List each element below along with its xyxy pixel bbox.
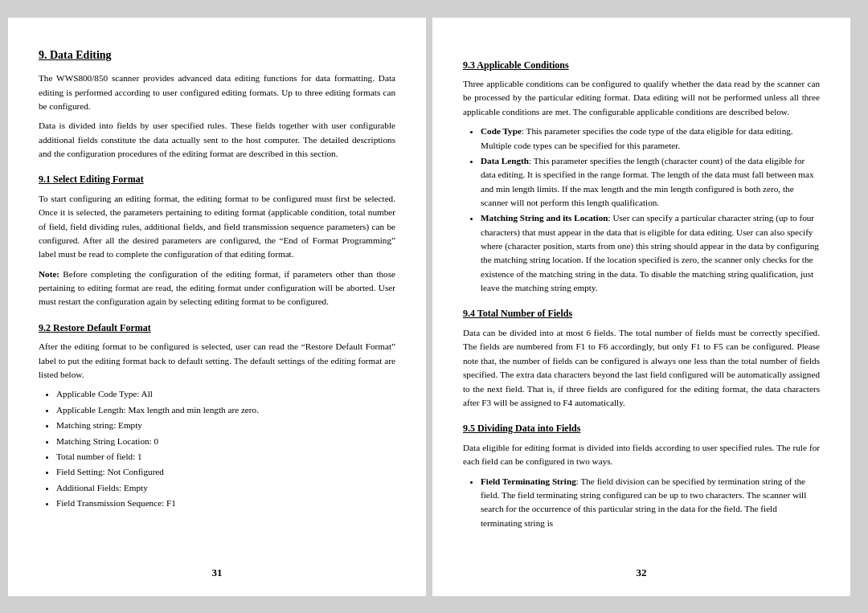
list-item: Matching string: Empty xyxy=(56,419,395,432)
page-number-left: 31 xyxy=(212,565,223,581)
list-item: Total number of field: 1 xyxy=(56,450,395,464)
list-item: Code Type: This parameter specifies the … xyxy=(481,125,820,153)
section-93-heading: 9.3 Applicable Conditions xyxy=(463,58,820,73)
page-number-right: 32 xyxy=(637,565,647,581)
section-92-heading: 9.2 Restore Default Format xyxy=(39,321,395,336)
section-94-p1: Data can be divided into at most 6 field… xyxy=(463,326,820,410)
section-95-bullets: Field Terminating String: The field divi… xyxy=(481,475,820,530)
section-93-bullets: Code Type: This parameter specifies the … xyxy=(481,125,820,295)
list-item: Applicable Length: Max length and min le… xyxy=(56,403,395,417)
section-95-heading: 9.5 Dividing Data into Fields xyxy=(463,421,820,436)
book-spread: 9. Data Editing The WWS800/850 scanner p… xyxy=(8,18,860,596)
page-right: 9.3 Applicable Conditions Three applicab… xyxy=(432,18,850,596)
section-93-p1: Three applicable conditions can be confi… xyxy=(463,77,820,119)
section-91-heading: 9.1 Select Editing Format xyxy=(39,172,395,187)
list-item: Field Setting: Not Configured xyxy=(56,465,395,479)
section-92-bullets: Applicable Code Type: AllApplicable Leng… xyxy=(56,387,395,510)
list-item: Applicable Code Type: All xyxy=(56,387,395,401)
section-92-p1: After the editing format to be configure… xyxy=(39,340,395,382)
list-item: Field Terminating String: The field divi… xyxy=(481,475,820,530)
list-item: Additional Fields: Empty xyxy=(56,481,395,495)
page-left-title: 9. Data Editing xyxy=(39,47,395,64)
note-text: Before completing the configuration of t… xyxy=(39,269,395,307)
page-left: 9. Data Editing The WWS800/850 scanner p… xyxy=(8,18,426,596)
list-item: Matching String Location: 0 xyxy=(56,435,395,448)
list-item: Matching String and its Location: User c… xyxy=(481,211,820,295)
list-item: Field Transmission Sequence: F1 xyxy=(56,497,395,510)
list-item: Data Length: This parameter specifies th… xyxy=(481,154,820,210)
intro-p2: Data is divided into fields by user spec… xyxy=(39,119,395,161)
section-91-note: Note: Before completing the configuratio… xyxy=(39,268,395,309)
section-94-heading: 9.4 Total Number of Fields xyxy=(463,306,820,321)
intro-p1: The WWS800/850 scanner provides advanced… xyxy=(39,72,395,113)
section-91-p1: To start configuring an editing format, … xyxy=(39,192,395,262)
section-95-p1: Data eligible for editing format is divi… xyxy=(463,441,820,469)
note-label: Note: xyxy=(39,269,59,279)
